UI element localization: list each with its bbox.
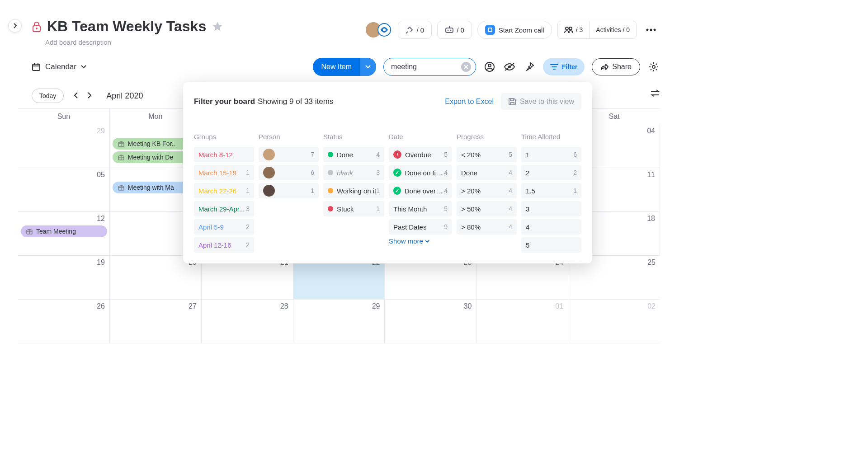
activities-button[interactable]: Activities / 0 <box>589 21 636 38</box>
svg-rect-10 <box>33 64 40 70</box>
filter-chip[interactable]: > 20%4 <box>457 183 517 198</box>
chevron-left-icon <box>74 92 78 99</box>
filter-chip[interactable]: 1.51 <box>521 183 581 198</box>
event-icon <box>26 228 33 235</box>
filter-chip[interactable]: > 50%4 <box>457 201 517 216</box>
calendar-cell[interactable]: 30 <box>385 300 476 343</box>
filter-chip[interactable]: 22 <box>521 165 581 180</box>
day-number: 27 <box>189 302 197 310</box>
filter-chip[interactable]: Done4 <box>323 147 384 162</box>
filter-chip[interactable]: < 20%5 <box>457 147 517 162</box>
start-zoom-call-button[interactable]: Start Zoom call <box>477 21 552 39</box>
viewers-icon <box>377 23 391 37</box>
save-icon <box>508 98 516 106</box>
gear-icon <box>649 62 659 72</box>
filter-chip[interactable]: Done4 <box>457 165 517 180</box>
filter-column-groups: GroupsMarch 8-12March 15-191March 22-261… <box>194 133 254 255</box>
expand-left-panel-button[interactable] <box>8 19 22 33</box>
svg-point-3 <box>448 30 449 31</box>
prev-month-button[interactable] <box>74 92 78 100</box>
view-switcher[interactable]: Calendar <box>32 62 86 71</box>
next-month-button[interactable] <box>87 92 92 100</box>
calendar-cell[interactable]: 28 <box>202 300 293 343</box>
filter-chip[interactable]: March 22-261 <box>194 183 254 198</box>
calendar-cell[interactable]: 19 <box>18 256 110 300</box>
status-dot-icon <box>328 206 333 211</box>
filter-chip[interactable]: April 12-162 <box>194 237 254 253</box>
calendar-event[interactable]: Team Meeting <box>21 225 107 237</box>
calendar-cell[interactable]: 29 <box>18 124 110 168</box>
calendar-cell[interactable]: 02 <box>568 300 660 343</box>
filter-chip[interactable]: 7 <box>259 147 319 162</box>
save-to-view-label: Save to this view <box>520 98 574 106</box>
export-to-excel-button[interactable]: Export to Excel <box>445 98 494 106</box>
filter-chip[interactable]: This Month5 <box>389 201 452 216</box>
filter-button[interactable]: Filter <box>543 58 585 75</box>
day-number: 12 <box>97 215 105 223</box>
filter-chip[interactable]: blank3 <box>323 165 384 180</box>
share-button[interactable]: Share <box>592 58 640 75</box>
filter-chip[interactable]: !Overdue5 <box>389 147 452 162</box>
filter-column-header: Time Allotted <box>521 133 581 141</box>
filter-chip[interactable]: 6 <box>259 165 319 180</box>
filter-chip[interactable]: 4 <box>521 219 581 235</box>
calendar-sort-button[interactable] <box>650 89 660 98</box>
filter-chip[interactable]: Working on it1 <box>323 183 384 198</box>
pin-button[interactable] <box>523 61 536 73</box>
svg-point-4 <box>450 30 452 31</box>
clear-search-button[interactable] <box>461 62 471 72</box>
calendar-cell[interactable]: 05 <box>18 168 110 212</box>
today-button[interactable]: Today <box>32 89 64 103</box>
day-number: 05 <box>97 171 105 179</box>
filter-chip[interactable]: 5 <box>521 237 581 253</box>
board-owner-avatar[interactable] <box>364 21 392 39</box>
show-more-button[interactable]: Show more <box>389 237 452 245</box>
calendar-cell[interactable]: 27 <box>110 300 202 343</box>
day-number: 04 <box>647 127 655 135</box>
filter-chip[interactable]: ✓Done overdue4 <box>389 183 452 198</box>
date-status-icon: ! <box>393 150 401 159</box>
filter-column-header: Person <box>259 133 319 141</box>
members-count: / 3 <box>576 26 583 33</box>
filter-column-header: Date <box>389 133 452 141</box>
chevron-down-icon <box>365 65 371 69</box>
members-button[interactable]: / 3 <box>558 21 590 38</box>
calendar-cell[interactable]: 01 <box>476 300 568 343</box>
share-label: Share <box>612 63 632 71</box>
day-number: 11 <box>647 171 655 179</box>
board-description-placeholder[interactable]: Add board description <box>45 38 223 46</box>
filter-column-date: Date!Overdue5✓Done on time4✓Done overdue… <box>389 133 452 245</box>
filter-chip[interactable]: ✓Done on time4 <box>389 165 452 180</box>
event-label: Meeting with Ma <box>128 184 174 191</box>
filter-chip[interactable]: Past Dates9 <box>389 219 452 235</box>
calendar-cell[interactable]: 29 <box>293 300 385 343</box>
eye-off-icon <box>504 62 515 71</box>
today-label: Today <box>39 92 56 99</box>
search-input[interactable] <box>391 63 458 71</box>
filter-chip[interactable]: March 15-191 <box>194 165 254 180</box>
filter-chip[interactable]: 3 <box>521 201 581 216</box>
calendar-cell[interactable]: 26 <box>18 300 110 343</box>
filter-chip[interactable]: 1 <box>259 183 319 198</box>
search-field[interactable] <box>383 58 476 76</box>
person-filter-button[interactable] <box>483 61 496 73</box>
filter-chip[interactable]: March 29-Apr...3 <box>194 201 254 216</box>
automations-button[interactable]: / 0 <box>437 21 472 39</box>
star-icon[interactable] <box>212 21 223 33</box>
new-item-dropdown[interactable] <box>360 58 376 76</box>
filter-chip[interactable]: March 8-12 <box>194 147 254 162</box>
filter-chip[interactable]: April 5-92 <box>194 219 254 235</box>
lock-icon <box>32 21 42 33</box>
new-item-button[interactable]: New Item <box>313 58 376 76</box>
event-icon <box>118 141 124 147</box>
settings-button[interactable] <box>647 61 660 73</box>
status-dot-icon <box>328 170 333 175</box>
more-options-button[interactable] <box>642 21 660 39</box>
filter-chip[interactable]: > 80%4 <box>457 219 517 235</box>
svg-point-7 <box>646 29 649 31</box>
board-title[interactable]: KB Team Weekly Tasks <box>47 18 206 35</box>
filter-chip[interactable]: Stuck1 <box>323 201 384 216</box>
hide-columns-button[interactable] <box>503 61 516 73</box>
filter-chip[interactable]: 16 <box>521 147 581 162</box>
integrations-1-button[interactable]: / 0 <box>398 21 432 39</box>
